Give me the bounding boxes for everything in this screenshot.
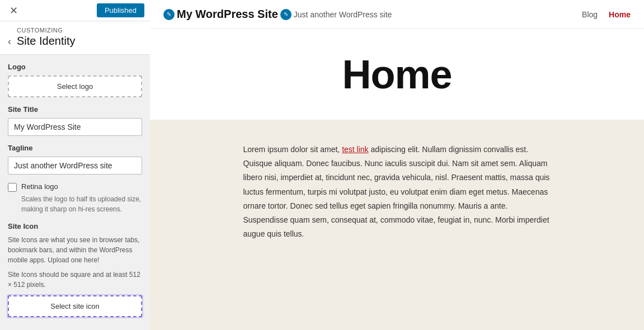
retina-logo-label[interactable]: Retina logo [21,182,58,191]
site-icon-label: Site Icon [8,222,142,230]
body-section: Lorem ipsum dolor sit amet, test link ad… [150,120,644,330]
breadcrumb-header: ‹ Customizing Site Identity [0,21,150,55]
logo-label: Logo [8,63,142,71]
breadcrumb-customizing: Customizing [17,27,76,34]
right-preview: ✎ My WordPress Site ✎ Just another WordP… [150,0,644,330]
select-site-icon-button[interactable]: Select site icon [8,295,142,317]
site-icon-note: Site Icons should be square and at least… [8,270,142,290]
top-bar: ✕ Published [0,0,150,21]
site-icon-section: Site Icon Site Icons are what you see in… [8,222,142,317]
close-button[interactable]: ✕ [6,3,21,18]
published-button[interactable]: Published [97,3,144,17]
breadcrumb-text: Customizing Site Identity [17,27,76,48]
body-text-before: Lorem ipsum dolor sit amet, [243,145,342,154]
form-content: Logo Select logo Site Title Tagline Reti… [0,55,150,330]
tagline-section: Tagline [8,144,142,175]
tagline-label: Tagline [8,144,142,152]
test-link[interactable]: test link [342,145,368,154]
site-title-label: Site Title [8,105,142,114]
hero-title: Home [342,51,452,97]
site-icon-description: Site Icons are what you see in browser t… [8,235,142,265]
site-header: ✎ My WordPress Site ✎ Just another WordP… [150,0,644,29]
preview-tagline: Just another WordPress site [294,10,392,19]
hero-section: Home [150,29,644,120]
preview-site-title: My WordPress Site [177,8,278,21]
retina-logo-checkbox[interactable] [8,183,17,192]
edit-site-title-icon[interactable]: ✎ [163,9,175,20]
body-text: Lorem ipsum dolor sit amet, test link ad… [243,143,551,241]
nav-home[interactable]: Home [609,10,631,19]
logo-section: Logo Select logo [8,63,142,97]
site-title-input[interactable] [8,118,142,136]
body-text-after: adipiscing elit. Nullam dignissim conval… [243,145,550,238]
back-button[interactable]: ‹ [6,36,13,48]
tagline-input[interactable] [8,157,142,175]
retina-logo-row: Retina logo [8,182,142,192]
site-nav: Blog Home [582,10,631,19]
page-content: Home Lorem ipsum dolor sit amet, test li… [150,29,644,330]
left-panel: ✕ Published ‹ Customizing Site Identity … [0,0,150,330]
retina-logo-description: Scales the logo to half its uploaded siz… [21,194,142,214]
select-logo-button[interactable]: Select logo [8,76,142,97]
site-title-area: ✎ My WordPress Site ✎ Just another WordP… [163,8,392,21]
retina-logo-section: Retina logo Scales the logo to half its … [8,182,142,214]
edit-tagline-icon[interactable]: ✎ [280,9,292,20]
breadcrumb-title: Site Identity [17,35,76,48]
site-title-section: Site Title [8,105,142,136]
nav-blog[interactable]: Blog [582,10,598,19]
